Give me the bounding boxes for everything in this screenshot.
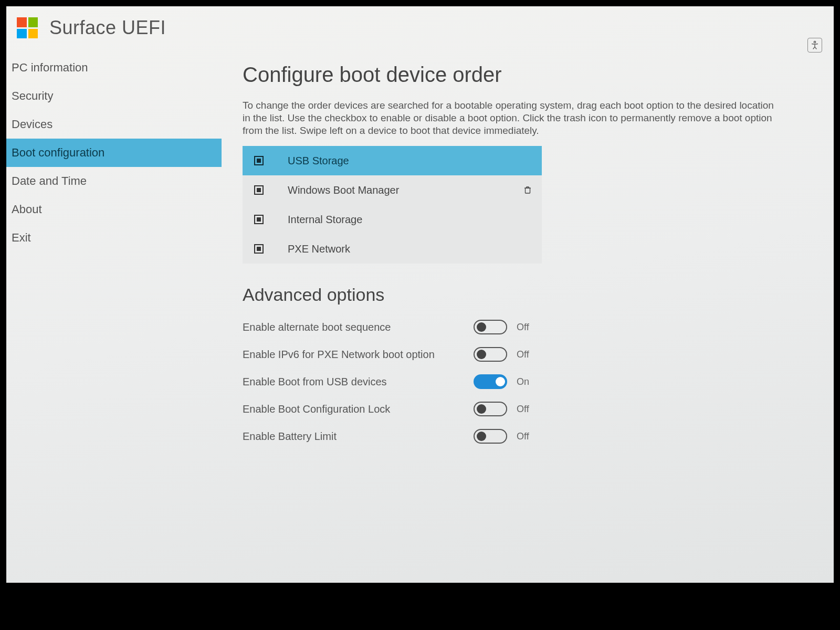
option-label: Enable alternate boot sequence: [243, 321, 474, 333]
microsoft-logo-icon: [17, 17, 38, 38]
boot-device-checkbox[interactable]: [254, 215, 264, 224]
boot-device-label: Internal Storage: [288, 214, 532, 226]
boot-device-label: Windows Boot Manager: [288, 184, 523, 196]
option-row-alternate-boot: Enable alternate boot sequence Off: [243, 313, 802, 341]
advanced-options-title: Advanced options: [243, 285, 802, 305]
accessibility-button[interactable]: [807, 38, 822, 52]
boot-device-label: USB Storage: [288, 155, 532, 167]
option-label: Enable Boot from USB devices: [243, 376, 474, 388]
toggle-state: Off: [517, 349, 538, 360]
toggle-ipv6-pxe[interactable]: [474, 347, 507, 362]
sidebar-item-about[interactable]: About: [6, 195, 222, 224]
toggle-state: Off: [517, 431, 538, 442]
svg-rect-1: [526, 188, 530, 194]
main-panel: Configure boot device order To change th…: [222, 54, 834, 583]
boot-device-checkbox[interactable]: [254, 244, 264, 254]
boot-device-checkbox[interactable]: [254, 185, 264, 195]
option-label: Enable Boot Configuration Lock: [243, 403, 474, 415]
page-title: Configure boot device order: [243, 63, 802, 87]
toggle-state: Off: [517, 404, 538, 415]
toggle-state: Off: [517, 322, 538, 333]
option-row-boot-usb: Enable Boot from USB devices On: [243, 368, 802, 395]
toggle-battery-limit[interactable]: [474, 429, 507, 444]
boot-device-checkbox[interactable]: [254, 156, 264, 165]
header: Surface UEFI: [6, 6, 834, 54]
option-row-boot-config-lock: Enable Boot Configuration Lock Off: [243, 395, 802, 423]
sidebar-item-date-and-time[interactable]: Date and Time: [6, 167, 222, 195]
sidebar: PC information Security Devices Boot con…: [6, 54, 222, 583]
boot-device-row[interactable]: USB Storage: [243, 146, 542, 175]
boot-device-row[interactable]: Windows Boot Manager: [243, 175, 542, 205]
option-row-battery-limit: Enable Battery Limit Off: [243, 423, 802, 450]
uefi-screen: Surface UEFI PC information Security Dev…: [6, 6, 834, 583]
sidebar-item-exit[interactable]: Exit: [6, 224, 222, 252]
option-label: Enable Battery Limit: [243, 430, 474, 443]
trash-icon[interactable]: [523, 184, 532, 196]
option-label: Enable IPv6 for PXE Network boot option: [243, 349, 474, 361]
accessibility-icon: [810, 40, 820, 50]
sidebar-item-pc-information[interactable]: PC information: [6, 54, 222, 82]
toggle-boot-config-lock[interactable]: [474, 402, 507, 416]
body: PC information Security Devices Boot con…: [6, 54, 834, 583]
app-title: Surface UEFI: [49, 17, 166, 39]
boot-device-row[interactable]: PXE Network: [243, 234, 542, 264]
page-description: To change the order devices are searched…: [243, 99, 778, 136]
sidebar-item-devices[interactable]: Devices: [6, 110, 222, 139]
sidebar-item-boot-configuration[interactable]: Boot configuration: [6, 139, 222, 167]
option-row-ipv6-pxe: Enable IPv6 for PXE Network boot option …: [243, 341, 802, 368]
toggle-state: On: [517, 376, 538, 387]
boot-device-label: PXE Network: [288, 243, 532, 255]
svg-point-0: [814, 41, 815, 43]
boot-device-list: USB Storage Windows Boot Manager Interna…: [243, 146, 542, 264]
sidebar-item-security[interactable]: Security: [6, 82, 222, 110]
toggle-boot-usb[interactable]: [474, 374, 507, 389]
boot-device-row[interactable]: Internal Storage: [243, 205, 542, 234]
toggle-alternate-boot[interactable]: [474, 320, 507, 334]
